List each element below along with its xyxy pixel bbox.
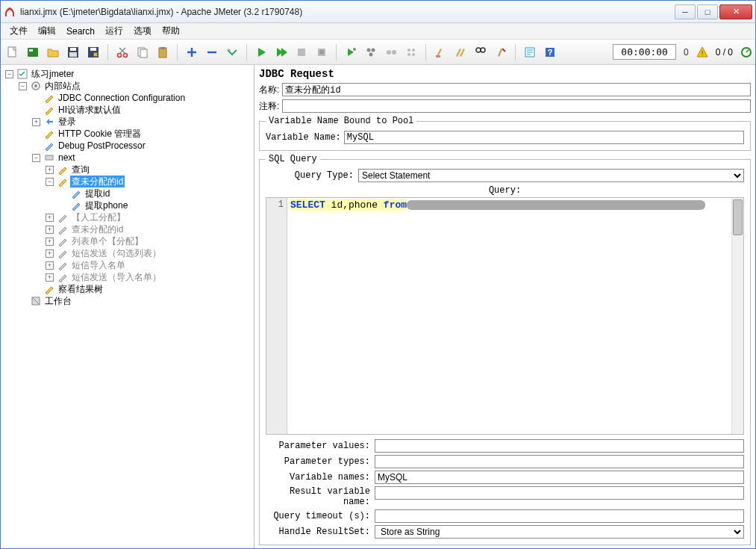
sampler-icon [57,164,69,176]
tree-cookie-mgr[interactable]: HTTP Cookie 管理器 [31,128,252,140]
sql-query-fieldset: SQL Query Query Type: Select Statement Q… [259,154,751,545]
remote-shutdown-button[interactable] [402,43,420,61]
tree-manual[interactable]: +【人工分配】 [44,211,252,223]
svg-point-9 [124,53,128,57]
sampler-disabled-icon [57,259,69,271]
menubar: 文件 编辑 Search 运行 选项 帮助 [1,23,755,40]
save-button[interactable] [64,43,82,61]
shutdown-button[interactable] [313,43,331,61]
close-button[interactable]: ✕ [719,4,752,19]
tree-sms-import[interactable]: +短信导入名单 [44,259,252,271]
svg-point-21 [387,50,391,55]
handle-rs-select[interactable]: Store as String [375,525,744,539]
start-no-pauses-button[interactable] [272,43,290,61]
open-button[interactable] [44,43,62,61]
help-button[interactable]: ? [541,43,559,61]
tree-login[interactable]: +登录 [31,116,252,128]
titlebar: lianxi.jmx (E:\jmeter\Bigdata\lianxi.jmx… [1,1,755,23]
svg-point-16 [319,50,324,55]
templates-button[interactable] [24,43,42,61]
tree-workbench[interactable]: 工作台 [17,295,252,307]
menu-help[interactable]: 帮助 [157,23,184,39]
cut-button[interactable] [113,43,131,61]
sampler-disabled-icon [57,223,69,235]
sql-editor[interactable]: 1 SELECT id,phone from [266,197,744,435]
tree-debug-pp[interactable]: Debug PostProcessor [31,140,252,152]
tree-jdbc-conn[interactable]: JDBC Connection Configuration [31,92,252,104]
variable-name-input[interactable] [344,131,744,144]
listener-icon [43,283,55,295]
tree-extract-id[interactable]: 提取id [57,187,252,199]
new-button[interactable] [4,43,22,61]
result-var-input[interactable] [375,486,744,500]
clear-all-button[interactable] [452,43,469,61]
minimize-button[interactable]: ─ [675,4,696,19]
paste-button[interactable] [154,43,172,61]
result-var-label: Result variable name: [266,486,370,507]
toggle-button[interactable] [223,43,241,61]
tree-selected-sampler[interactable]: −查未分配的id [44,176,252,187]
query-type-select[interactable]: Select Statement [358,169,744,182]
maximize-button[interactable]: □ [697,4,718,19]
menu-search[interactable]: Search [62,25,99,38]
param-values-input[interactable] [375,439,744,453]
menu-file[interactable]: 文件 [5,23,32,39]
tree-query-unassigned[interactable]: +查未分配的id [44,223,252,235]
copy-button[interactable] [134,43,151,61]
param-types-label: Parameter types: [266,456,370,467]
tree-threadgroup[interactable]: −内部站点 [17,80,252,92]
stop-button[interactable] [293,43,310,61]
function-helper-button[interactable] [521,43,539,61]
menu-run[interactable]: 运行 [101,23,128,39]
remote-start-button[interactable] [342,43,360,61]
query-header: Query: [266,185,744,196]
param-types-input[interactable] [375,455,744,468]
search-button[interactable] [472,43,490,61]
svg-rect-11 [140,49,147,58]
remote-stop-button[interactable] [382,43,400,61]
tree-next[interactable]: −next [31,152,252,164]
threadgroup-icon [30,80,42,92]
svg-point-28 [476,48,481,52]
svg-point-8 [118,53,122,57]
timer-display: 00:00:00 [613,44,676,60]
tree-http-default[interactable]: HI设请求默认值 [31,104,252,116]
tree-sms-send-checked[interactable]: +短信发送（勾选列表） [44,247,252,259]
postprocessor-icon [43,140,55,152]
remote-start-all-button[interactable] [362,43,380,61]
svg-point-37 [34,84,37,87]
menu-options[interactable]: 选项 [129,23,156,39]
tree-list-single[interactable]: +列表单个【分配】 [44,235,252,247]
error-count: 0 [684,47,689,58]
testplan-icon [16,68,28,80]
comment-label: 注释: [259,100,279,113]
editor-code[interactable]: SELECT id,phone from [287,198,743,434]
collapse-button[interactable] [203,43,221,61]
config-icon [43,92,55,104]
name-input[interactable] [282,83,751,96]
tree-sms-send-import[interactable]: +短信发送（导入名单） [44,271,252,283]
save-as-button[interactable] [84,43,102,61]
tree-root[interactable]: −练习jmeter [4,68,252,80]
svg-rect-5 [69,52,77,57]
reset-search-button[interactable] [492,43,510,61]
editor-scrollbar[interactable] [731,198,743,434]
tree-result-tree[interactable]: 察看结果树 [31,283,252,295]
sql-query-legend: SQL Query [266,154,320,164]
editor-gutter: 1 [266,198,287,434]
toolbar: ? 00:00:00 0 ! 0 / 0 [1,40,755,65]
menu-edit[interactable]: 编辑 [34,23,60,39]
svg-rect-27 [436,55,440,58]
tree-pane[interactable]: −练习jmeter −内部站点 JDBC Connection Configur… [1,65,254,548]
start-button[interactable] [252,43,270,61]
clear-button[interactable] [431,43,449,61]
svg-rect-2 [29,49,33,52]
tree-extract-phone[interactable]: 提取phone [57,199,252,211]
query-timeout-input[interactable] [375,509,744,523]
comment-input[interactable] [282,99,751,113]
svg-point-24 [412,49,415,52]
variable-names-input[interactable] [375,471,744,484]
svg-point-25 [407,53,410,56]
expand-button[interactable] [183,43,201,61]
tree-query[interactable]: +查询 [44,164,252,176]
